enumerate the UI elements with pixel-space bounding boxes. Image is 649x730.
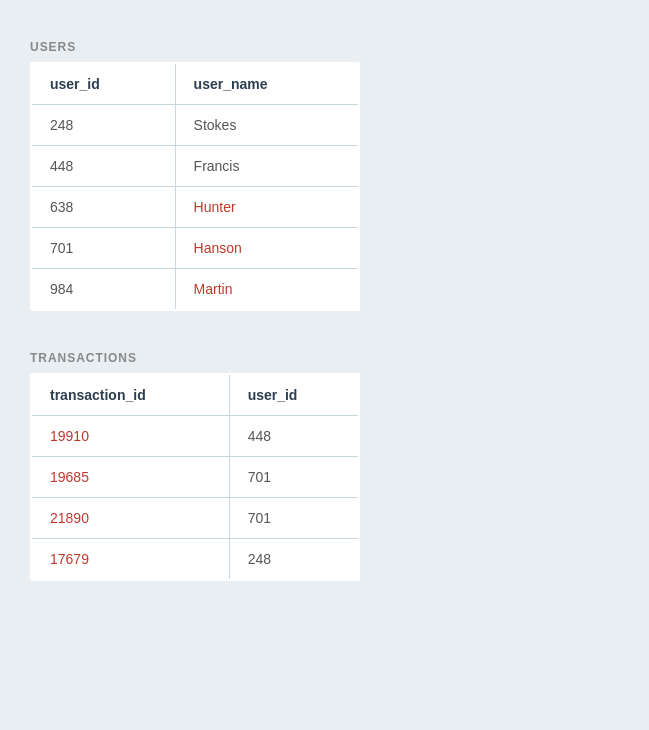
transactions-header-row: transaction_id user_id [31, 374, 359, 416]
table-row: 19685701 [31, 457, 359, 498]
user-id-cell: 248 [31, 105, 175, 146]
transaction-user-id-cell: 701 [229, 498, 359, 539]
transactions-col-user-id: user_id [229, 374, 359, 416]
transactions-table: transaction_id user_id 19910448196857012… [30, 373, 360, 581]
user-name-cell: Hanson [175, 228, 359, 269]
users-col-user-name: user_name [175, 63, 359, 105]
user-name-cell: Martin [175, 269, 359, 311]
table-row: 21890701 [31, 498, 359, 539]
users-section-label: USERS [30, 40, 619, 54]
table-row: 638Hunter [31, 187, 359, 228]
user-name-cell: Hunter [175, 187, 359, 228]
transaction-user-id-cell: 448 [229, 416, 359, 457]
table-row: 448Francis [31, 146, 359, 187]
table-row: 248Stokes [31, 105, 359, 146]
user-name-cell: Stokes [175, 105, 359, 146]
transaction-user-id-cell: 701 [229, 457, 359, 498]
users-col-user-id: user_id [31, 63, 175, 105]
transactions-col-transaction-id: transaction_id [31, 374, 229, 416]
users-table: user_id user_name 248Stokes448Francis638… [30, 62, 360, 311]
table-row: 701Hanson [31, 228, 359, 269]
user-id-cell: 448 [31, 146, 175, 187]
table-row: 17679248 [31, 539, 359, 581]
user-id-cell: 701 [31, 228, 175, 269]
users-header-row: user_id user_name [31, 63, 359, 105]
transactions-section-label: TRANSACTIONS [30, 351, 619, 365]
user-name-cell: Francis [175, 146, 359, 187]
transactions-section: TRANSACTIONS transaction_id user_id 1991… [30, 351, 619, 581]
transaction-id-cell: 19910 [31, 416, 229, 457]
table-row: 19910448 [31, 416, 359, 457]
transaction-id-cell: 19685 [31, 457, 229, 498]
table-row: 984Martin [31, 269, 359, 311]
transaction-id-cell: 21890 [31, 498, 229, 539]
user-id-cell: 984 [31, 269, 175, 311]
user-id-cell: 638 [31, 187, 175, 228]
transaction-user-id-cell: 248 [229, 539, 359, 581]
users-section: USERS user_id user_name 248Stokes448Fran… [30, 40, 619, 311]
transaction-id-cell: 17679 [31, 539, 229, 581]
